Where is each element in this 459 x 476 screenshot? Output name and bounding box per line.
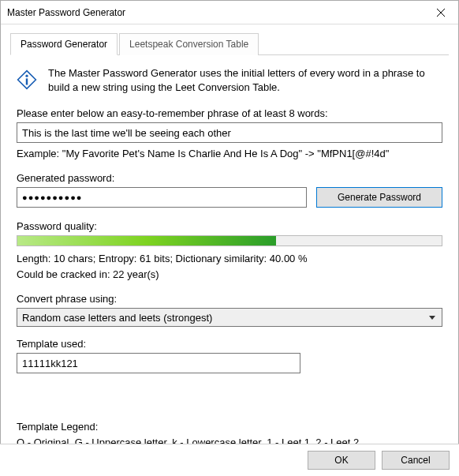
info-icon [17, 69, 37, 90]
info-text: The Master Password Generator uses the i… [48, 66, 442, 95]
titlebar: Master Password Generator [1, 1, 458, 24]
quality-stats: Length: 10 chars; Entropy: 61 bits; Dict… [17, 251, 442, 282]
close-icon [437, 9, 445, 17]
tab-leetspeak-table[interactable]: Leetspeak Conversion Table [119, 33, 259, 55]
generate-password-button[interactable]: Generate Password [316, 187, 442, 208]
content-area: Password Generator Leetspeak Conversion … [1, 24, 458, 456]
phrase-input[interactable] [17, 122, 442, 143]
ok-button[interactable]: OK [308, 451, 375, 470]
dialog-footer: OK Cancel [0, 444, 459, 476]
stats-line-2: Could be cracked in: 22 year(s) [17, 267, 442, 283]
info-row: The Master Password Generator uses the i… [17, 66, 442, 95]
generated-row: Generate Password [17, 187, 442, 208]
cancel-button[interactable]: Cancel [382, 451, 450, 470]
convert-label: Convert phrase using: [17, 293, 442, 305]
quality-fill [17, 236, 276, 245]
convert-select[interactable]: Random case letters and leets (strongest… [17, 308, 442, 327]
template-label: Template used: [17, 338, 442, 350]
window-title: Master Password Generator [7, 7, 125, 18]
quality-bar [17, 235, 442, 246]
template-input[interactable] [17, 353, 300, 373]
phrase-example: Example: "My Favorite Pet's Name Is Char… [17, 148, 442, 159]
quality-label: Password quality: [17, 220, 442, 232]
phrase-label: Please enter below an easy-to-remember p… [17, 107, 442, 119]
close-button[interactable] [423, 1, 458, 24]
svg-rect-2 [26, 78, 28, 84]
generated-label: Generated password: [17, 172, 442, 184]
convert-selected-value: Random case letters and leets (strongest… [22, 312, 212, 324]
stats-line-1: Length: 10 chars; Entropy: 61 bits; Dict… [17, 251, 442, 267]
generated-password-field[interactable] [17, 187, 307, 208]
legend-title: Template Legend: [17, 419, 442, 435]
tab-password-generator[interactable]: Password Generator [10, 33, 118, 55]
tab-bar: Password Generator Leetspeak Conversion … [10, 32, 449, 55]
tab-pane: The Master Password Generator uses the i… [10, 55, 449, 456]
svg-point-1 [25, 75, 28, 77]
